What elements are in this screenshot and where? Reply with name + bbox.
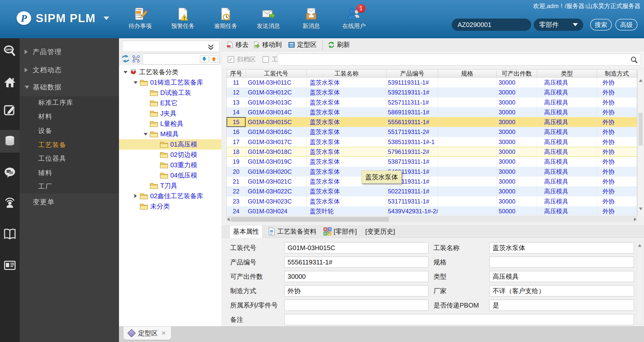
sidebar-item-process-tooling[interactable]: 工艺装备 [20, 139, 119, 150]
tree-expander-icon[interactable] [143, 183, 149, 189]
scroll-up-icon[interactable] [638, 244, 641, 247]
spec-field[interactable] [489, 257, 634, 268]
sidebar-item-factory[interactable]: 工厂 [20, 181, 119, 192]
advanced-search-button[interactable]: 高级 [615, 19, 637, 30]
tree-node[interactable]: D试验工装 [119, 88, 221, 98]
table-row[interactable]: 15 G01M-03H015C 盖茨水泵体 5556119311-1# 3000… [227, 117, 637, 127]
sidebar-item-station-apparatus[interactable]: 工位器具 [20, 153, 119, 164]
tree-expander-icon[interactable] [143, 100, 149, 107]
tree-node[interactable]: 01铸造工艺装备库 [119, 77, 221, 88]
fixed-zone-button[interactable]: 定型区 [288, 40, 317, 49]
overdue-tasks-button[interactable]: 逾期任务 [204, 6, 247, 30]
sidebar-item-material[interactable]: 材料 [20, 111, 119, 122]
rail-library-button[interactable] [0, 223, 20, 246]
rail-home-button[interactable] [0, 71, 20, 94]
tooling-code-field[interactable] [284, 242, 428, 253]
tree-expander-icon[interactable] [133, 193, 139, 199]
tree-node[interactable]: 02鑫佳工艺装备库 [119, 191, 221, 201]
column-header[interactable]: 工装代号 [246, 70, 307, 77]
tree-collapse-bar[interactable] [122, 41, 219, 52]
table-row[interactable]: 23 G01M-03H023C 盖茨水泵体 5317119311-1# 3000… [227, 196, 637, 206]
tree-expander-icon[interactable] [123, 69, 129, 76]
tab-change-history[interactable]: [变更历史] [365, 225, 395, 238]
tree-node[interactable]: T刀具 [119, 181, 221, 191]
column-header[interactable]: 可产出件数 [497, 70, 537, 77]
column-header[interactable]: 制造方式 [597, 70, 637, 77]
refresh-button[interactable]: 刷新 [328, 40, 350, 49]
online-users-button[interactable]: 1 在线用户 [333, 6, 375, 30]
table-row[interactable]: 21 G01M-03H021C 盖茨水泵体 5388119311-1# 3000… [227, 177, 637, 186]
tree-expander-icon[interactable] [143, 90, 149, 96]
tree-expander-icon[interactable] [153, 162, 159, 168]
sidebar-item-base-data[interactable]: 基础数据 [20, 82, 119, 93]
remove-button[interactable]: 移去 [226, 40, 249, 49]
tree-expander-icon[interactable] [133, 79, 139, 86]
pbom-field[interactable] [489, 300, 634, 311]
rail-compose-button[interactable] [0, 99, 20, 121]
table-row[interactable]: 11 G01M-03H011C 盖茨水泵体 5391119311-1# 3000… [227, 78, 637, 87]
tab-basic-properties[interactable]: 基本属性 [229, 225, 263, 238]
search-category-select[interactable]: 零部件 [534, 19, 583, 31]
table-vertical-scrollbar[interactable] [637, 70, 643, 216]
scroll-down-icon[interactable] [639, 208, 642, 210]
tree-node[interactable]: 01高压模 [119, 139, 221, 150]
horizontal-scroll-thumb[interactable] [231, 217, 389, 222]
column-header[interactable]: 工装名称 [307, 70, 387, 77]
tree-refresh-button[interactable] [121, 54, 130, 64]
sidebar-item-auxiliary-material[interactable]: 辅料 [20, 167, 119, 178]
table-row[interactable]: 18 G01M-03H018C 盖茨水泵体 5796119311-2# 3000… [227, 147, 637, 157]
tree-expander-icon[interactable] [143, 121, 149, 127]
rail-idcard-button[interactable] [0, 254, 20, 277]
tree-node[interactable]: L量检具 [119, 119, 221, 129]
column-header[interactable]: 类型 [537, 70, 597, 77]
search-button[interactable]: 搜索 [590, 19, 612, 30]
tree-filter-input[interactable] [145, 54, 193, 63]
sidebar-item-product-mgmt[interactable]: 产品管理 [20, 46, 119, 57]
table-row[interactable]: 14 G01M-03H014C 盖茨水泵体 5869119311-1# 3000… [227, 107, 637, 117]
tree-expander-icon[interactable] [143, 110, 149, 117]
table-row[interactable]: 20 G01M-03H020C 盖茨水泵体 5469119311-1# 3000… [227, 167, 637, 177]
tree-node[interactable]: 04低压模 [119, 170, 221, 181]
product-no-field[interactable] [284, 257, 428, 268]
scroll-up-icon[interactable] [639, 79, 642, 82]
table-row[interactable]: 22 G01M-03H022C 盖茨水泵体 5022119311-1# 3000… [227, 186, 637, 196]
tree-node[interactable]: 02切边模 [119, 150, 221, 160]
move-to-button[interactable]: 移动到 [253, 40, 282, 49]
table-search-input[interactable] [281, 55, 626, 64]
scroll-left-icon[interactable] [227, 218, 230, 221]
tree-expander-icon[interactable] [143, 131, 149, 138]
tree-hierarchy-button[interactable] [132, 55, 140, 64]
table-row[interactable]: 17 G01M-03H017C 盖茨水泵体 5385119311-1#-1 30… [227, 137, 637, 147]
tree-node[interactable]: M模具 [119, 129, 221, 139]
app-logo[interactable]: P SIPM PLM [17, 10, 109, 26]
tree-node[interactable]: 工艺装备分类 [119, 67, 221, 77]
table-row[interactable]: 12 G01M-03H012C 盖茨水泵体 5392119311-1# 3000… [227, 87, 637, 97]
rail-messages-button[interactable] [0, 161, 20, 184]
column-header[interactable]: 规格 [438, 70, 497, 77]
rail-sipm-search-button[interactable]: SIPM [0, 40, 20, 63]
tab-tooling-documents[interactable]: 工艺装备资料 [268, 225, 316, 238]
table-horizontal-scrollbar[interactable] [226, 216, 637, 222]
column-header[interactable]: 序号 [227, 70, 246, 77]
sidebar-item-change-order[interactable]: 变更单 [20, 196, 119, 208]
table-row[interactable]: 19 G01M-03H019C 盖茨水泵体 5387119311-1# 3000… [227, 157, 637, 166]
series-part-no-field[interactable] [284, 300, 428, 311]
table-row[interactable]: 16 G01M-03H016C 盖茨水泵体 5517119311-2# 3000… [227, 127, 637, 137]
sidebar-item-standard-process-lib[interactable]: 标准工序库 [20, 97, 119, 108]
search-icon[interactable] [630, 56, 638, 64]
todo-items-button[interactable]: 待办事项 [119, 6, 162, 30]
output-qty-field[interactable] [284, 271, 428, 282]
archive-zone-checkbox[interactable]: ✓ [228, 56, 234, 63]
tree-expander-icon[interactable] [153, 152, 159, 158]
tree-expander-icon[interactable] [153, 141, 159, 148]
close-icon[interactable]: ✕ [161, 330, 166, 337]
tree-node[interactable]: 未分类 [119, 201, 221, 212]
send-message-button[interactable]: 发送消息 [247, 6, 290, 30]
tab-parts[interactable]: [零部件] [324, 225, 357, 238]
tree-search-down-button[interactable] [200, 55, 209, 63]
tree-expander-icon[interactable] [133, 203, 139, 210]
tree-search-up-button[interactable] [210, 55, 218, 63]
tree-expander-icon[interactable] [153, 172, 159, 179]
detail-vertical-scrollbar[interactable] [636, 242, 642, 325]
rail-subscribe-button[interactable] [0, 191, 20, 214]
